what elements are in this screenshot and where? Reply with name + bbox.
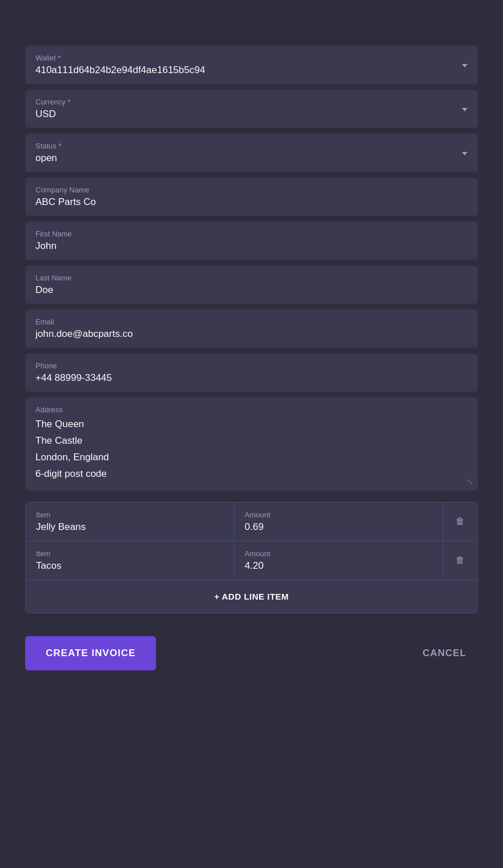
address-field[interactable]: Address The Queen The Castle London, Eng… [25, 397, 478, 491]
email-field[interactable]: Email john.doe@abcparts.co [25, 310, 478, 348]
add-line-item-label: + ADD LINE ITEM [214, 592, 289, 601]
line-item-2-item-field[interactable]: Item Tacos [26, 541, 234, 580]
address-value: The Queen The Castle London, England 6-d… [35, 416, 468, 483]
line-item-1-amount-value: 0.69 [245, 521, 264, 532]
line-item-2-delete-button[interactable]: 🗑 [443, 541, 477, 580]
last-name-value: Doe [35, 284, 53, 295]
wallet-field[interactable]: Wallet * 410a111d64b24b2e94df4ae1615b5c9… [25, 46, 478, 84]
trash-icon: 🗑 [456, 516, 465, 527]
page-container: Wallet * 410a111d64b24b2e94df4ae1615b5c9… [0, 0, 503, 868]
line-item-1-delete-button[interactable]: 🗑 [443, 503, 477, 541]
line-item-1-item-label: Item [36, 511, 223, 519]
line-item-1-item-value: Jelly Beans [36, 521, 86, 532]
currency-label: Currency * [35, 98, 468, 106]
table-row: Item Tacos Amount 4.20 🗑 [26, 541, 477, 580]
resize-handle-icon: ⤡ [466, 477, 473, 486]
phone-label: Phone [35, 361, 468, 370]
form-section: Wallet * 410a111d64b24b2e94df4ae1615b5c9… [25, 46, 478, 670]
currency-dropdown-icon [462, 105, 468, 113]
currency-field[interactable]: Currency * USD [25, 90, 478, 128]
line-item-2-item-label: Item [36, 549, 223, 558]
line-item-1-amount-field[interactable]: Amount 0.69 [234, 503, 443, 541]
line-item-2-amount-field[interactable]: Amount 4.20 [234, 541, 443, 580]
wallet-dropdown-icon [462, 61, 468, 69]
line-item-2-amount-label: Amount [245, 549, 432, 558]
company-name-value: ABC Parts Co [35, 196, 96, 207]
status-dropdown-icon [462, 149, 468, 157]
create-invoice-button[interactable]: CREATE INVOICE [25, 636, 156, 670]
chevron-down-icon [462, 64, 468, 67]
last-name-field[interactable]: Last Name Doe [25, 266, 478, 304]
line-item-2-item-value: Tacos [36, 560, 61, 571]
first-name-value: John [35, 240, 57, 251]
line-item-1-item-field[interactable]: Item Jelly Beans [26, 503, 234, 541]
phone-field[interactable]: Phone +44 88999-33445 [25, 353, 478, 392]
add-line-item-button[interactable]: + ADD LINE ITEM [26, 580, 477, 613]
wallet-label: Wallet * [35, 54, 468, 62]
chevron-down-icon [462, 152, 468, 155]
wallet-value: 410a111d64b24b2e94df4ae1615b5c94 [35, 65, 205, 75]
company-name-field[interactable]: Company Name ABC Parts Co [25, 178, 478, 216]
status-field[interactable]: Status * open [25, 134, 478, 172]
line-item-1-amount-label: Amount [245, 511, 432, 519]
address-label: Address [35, 405, 468, 414]
cancel-button[interactable]: CANCEL [411, 636, 478, 670]
company-name-label: Company Name [35, 186, 468, 194]
first-name-field[interactable]: First Name John [25, 222, 478, 260]
email-value: john.doe@abcparts.co [35, 328, 133, 339]
table-row: Item Jelly Beans Amount 0.69 🗑 [26, 503, 477, 541]
status-label: Status * [35, 142, 468, 150]
phone-value: +44 88999-33445 [35, 372, 112, 383]
first-name-label: First Name [35, 230, 468, 238]
bottom-actions: CREATE INVOICE CANCEL [25, 636, 478, 670]
line-item-2-amount-value: 4.20 [245, 560, 264, 571]
chevron-down-icon [462, 108, 468, 111]
line-items-container: Item Jelly Beans Amount 0.69 🗑 Item Taco… [25, 502, 478, 613]
status-value: open [35, 152, 57, 163]
trash-icon: 🗑 [456, 555, 465, 565]
currency-value: USD [35, 108, 56, 119]
email-label: Email [35, 318, 468, 326]
last-name-label: Last Name [35, 274, 468, 282]
